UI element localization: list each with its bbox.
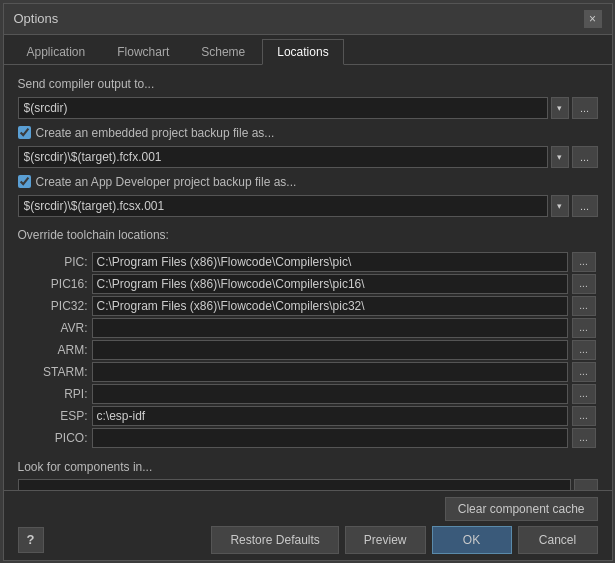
toolchain-label-4: ARM: bbox=[18, 343, 88, 357]
toolchain-input-0[interactable] bbox=[92, 252, 568, 272]
components-label: Look for components in... bbox=[18, 460, 598, 474]
action-buttons: Restore Defaults Preview OK Cancel bbox=[211, 526, 597, 554]
tab-scheme[interactable]: Scheme bbox=[186, 39, 260, 64]
preview-button[interactable]: Preview bbox=[345, 526, 426, 554]
toolchain-browse-5[interactable]: ... bbox=[572, 362, 596, 382]
cancel-button[interactable]: Cancel bbox=[518, 526, 598, 554]
clear-cache-button[interactable]: Clear component cache bbox=[445, 497, 598, 521]
toolchain-label-8: PICO: bbox=[18, 431, 88, 445]
toolchain-label-1: PIC16: bbox=[18, 277, 88, 291]
embedded-backup-row: ▾ ... bbox=[18, 146, 598, 168]
embedded-backup-checkbox[interactable] bbox=[18, 126, 31, 139]
toolchain-label-7: ESP: bbox=[18, 409, 88, 423]
close-button[interactable]: × bbox=[584, 10, 602, 28]
toolchain-input-5[interactable] bbox=[92, 362, 568, 382]
toolchain-browse-4[interactable]: ... bbox=[572, 340, 596, 360]
toolchain-input-6[interactable] bbox=[92, 384, 568, 404]
send-compiler-dropdown[interactable]: ▾ bbox=[551, 97, 569, 119]
send-compiler-label: Send compiler output to... bbox=[18, 77, 598, 91]
toolchain-label-0: PIC: bbox=[18, 255, 88, 269]
send-compiler-browse[interactable]: ... bbox=[572, 97, 598, 119]
embedded-backup-checkbox-row: Create an embedded project backup file a… bbox=[18, 126, 598, 140]
toolchain-browse-3[interactable]: ... bbox=[572, 318, 596, 338]
tab-locations[interactable]: Locations bbox=[262, 39, 343, 65]
toolchain-input-8[interactable] bbox=[92, 428, 568, 448]
components-section: Look for components in... ... bbox=[18, 458, 598, 490]
toolchain-input-2[interactable] bbox=[92, 296, 568, 316]
toolchain-input-1[interactable] bbox=[92, 274, 568, 294]
ok-button[interactable]: OK bbox=[432, 526, 512, 554]
appdev-backup-dropdown[interactable]: ▾ bbox=[551, 195, 569, 217]
options-dialog: Options × Application Flowchart Scheme L… bbox=[3, 3, 613, 561]
appdev-backup-checkbox[interactable] bbox=[18, 175, 31, 188]
toolchain-label-2: PIC32: bbox=[18, 299, 88, 313]
bottom-buttons: ? Restore Defaults Preview OK Cancel bbox=[18, 526, 598, 554]
title-bar: Options × bbox=[4, 4, 612, 35]
appdev-backup-label: Create an App Developer project backup f… bbox=[36, 175, 297, 189]
toolchain-browse-8[interactable]: ... bbox=[572, 428, 596, 448]
tab-bar: Application Flowchart Scheme Locations bbox=[4, 35, 612, 65]
toolchain-grid: PIC:...PIC16:...PIC32:...AVR:...ARM:...S… bbox=[18, 252, 598, 448]
help-button[interactable]: ? bbox=[18, 527, 44, 553]
toolchain-label-6: RPI: bbox=[18, 387, 88, 401]
toolchain-browse-1[interactable]: ... bbox=[572, 274, 596, 294]
override-label: Override toolchain locations: bbox=[18, 228, 598, 242]
components-side: ... bbox=[574, 479, 598, 490]
dialog-title: Options bbox=[14, 11, 59, 26]
toolchain-input-7[interactable] bbox=[92, 406, 568, 426]
embedded-backup-input[interactable] bbox=[18, 146, 548, 168]
embedded-backup-browse[interactable]: ... bbox=[572, 146, 598, 168]
tab-application[interactable]: Application bbox=[12, 39, 101, 64]
toolchain-browse-2[interactable]: ... bbox=[572, 296, 596, 316]
toolchain-browse-0[interactable]: ... bbox=[572, 252, 596, 272]
toolchain-input-4[interactable] bbox=[92, 340, 568, 360]
send-compiler-input[interactable] bbox=[18, 97, 548, 119]
send-compiler-row: ▾ ... bbox=[18, 97, 598, 119]
appdev-backup-input[interactable] bbox=[18, 195, 548, 217]
toolchain-label-3: AVR: bbox=[18, 321, 88, 335]
appdev-backup-browse[interactable]: ... bbox=[572, 195, 598, 217]
clear-cache-row: Clear component cache bbox=[18, 497, 598, 521]
content-area: Send compiler output to... ▾ ... Create … bbox=[4, 65, 612, 490]
toolchain-label-5: STARM: bbox=[18, 365, 88, 379]
appdev-backup-row: ▾ ... bbox=[18, 195, 598, 217]
components-browse[interactable]: ... bbox=[574, 479, 598, 490]
embedded-backup-dropdown[interactable]: ▾ bbox=[551, 146, 569, 168]
restore-defaults-button[interactable]: Restore Defaults bbox=[211, 526, 338, 554]
toolchain-browse-7[interactable]: ... bbox=[572, 406, 596, 426]
appdev-backup-checkbox-row: Create an App Developer project backup f… bbox=[18, 175, 598, 189]
toolchain-browse-6[interactable]: ... bbox=[572, 384, 596, 404]
embedded-backup-label: Create an embedded project backup file a… bbox=[36, 126, 275, 140]
toolchain-input-3[interactable] bbox=[92, 318, 568, 338]
components-textarea[interactable] bbox=[18, 479, 571, 490]
footer-bar: Clear component cache ? Restore Defaults… bbox=[4, 490, 612, 560]
tab-flowchart[interactable]: Flowchart bbox=[102, 39, 184, 64]
components-textarea-row: ... bbox=[18, 479, 598, 490]
